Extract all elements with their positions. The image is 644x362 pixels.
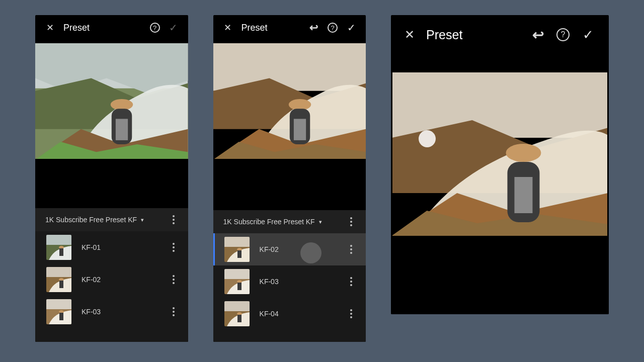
group-menu-icon[interactable] xyxy=(347,217,356,226)
preset-label: KF-02 xyxy=(82,276,159,284)
preset-thumb xyxy=(46,267,71,292)
svg-rect-46 xyxy=(515,177,533,213)
screen-c: Preset ↩ ? xyxy=(391,15,609,314)
svg-rect-13 xyxy=(46,267,71,278)
confirm-icon[interactable] xyxy=(346,22,357,33)
confirm-icon[interactable] xyxy=(168,22,179,33)
preset-row[interactable]: KF-03 xyxy=(35,296,188,328)
preset-group-bar[interactable]: 1K Subscribe Free Preset KF ▾ xyxy=(35,208,188,231)
svg-rect-27 xyxy=(293,119,305,140)
preset-label: KF-03 xyxy=(260,278,337,286)
preset-thumb xyxy=(224,301,250,326)
preset-menu-icon[interactable] xyxy=(169,275,178,284)
preset-list: KF-02 KF-03 KF-04 xyxy=(213,233,366,342)
touch-indicator xyxy=(419,130,436,147)
preview-area xyxy=(391,57,609,314)
preview-area xyxy=(35,43,188,159)
svg-rect-17 xyxy=(46,299,71,310)
help-icon[interactable]: ? xyxy=(556,28,570,41)
help-icon[interactable]: ? xyxy=(150,23,160,33)
undo-icon[interactable]: ↩ xyxy=(530,27,545,42)
preset-row[interactable]: KF-03 xyxy=(213,265,366,298)
svg-rect-31 xyxy=(237,250,242,258)
svg-rect-20 xyxy=(59,313,63,320)
chevron-down-icon: ▾ xyxy=(319,219,322,225)
preset-row[interactable]: KF-02 xyxy=(35,263,188,296)
help-icon[interactable]: ? xyxy=(328,23,338,33)
preset-group-label: 1K Subscribe Free Preset KF xyxy=(223,218,315,226)
undo-icon[interactable]: ↩ xyxy=(308,22,319,33)
svg-point-25 xyxy=(288,99,311,110)
topbar: Preset ↩ ? xyxy=(391,15,609,57)
svg-rect-28 xyxy=(224,237,250,248)
preset-menu-icon[interactable] xyxy=(169,243,178,252)
photo-preview[interactable] xyxy=(392,72,607,236)
svg-rect-32 xyxy=(224,269,250,280)
svg-rect-40 xyxy=(392,72,607,138)
svg-rect-35 xyxy=(237,283,242,290)
preset-label: KF-04 xyxy=(260,310,337,318)
preset-thumb xyxy=(224,269,250,294)
preset-label: KF-02 xyxy=(260,245,337,253)
preset-row[interactable]: KF-04 xyxy=(213,298,366,330)
confirm-icon[interactable] xyxy=(581,27,596,42)
close-icon[interactable] xyxy=(44,22,55,33)
preset-thumb xyxy=(224,237,250,262)
topbar: Preset ? xyxy=(35,15,188,43)
photo-preview[interactable] xyxy=(213,43,366,159)
preset-row[interactable]: KF-01 xyxy=(35,231,188,263)
preset-group-label: 1K Subscribe Free Preset KF xyxy=(45,216,137,224)
group-menu-icon[interactable] xyxy=(169,215,178,224)
preset-label: KF-03 xyxy=(82,308,159,316)
svg-rect-8 xyxy=(116,119,128,140)
svg-rect-12 xyxy=(59,248,63,256)
close-icon[interactable] xyxy=(222,22,233,33)
preset-menu-icon[interactable] xyxy=(347,277,356,286)
page-title: Preset xyxy=(63,23,90,33)
svg-rect-16 xyxy=(59,281,63,288)
preset-menu-icon[interactable] xyxy=(347,245,356,254)
preset-row-selected[interactable]: KF-02 xyxy=(213,233,366,265)
page-title: Preset xyxy=(426,28,462,42)
svg-rect-36 xyxy=(224,301,250,312)
preset-menu-icon[interactable] xyxy=(169,307,178,316)
screen-b: Preset ↩ ? 1K Subscribe Free Preset KF ▾ xyxy=(213,15,366,342)
preset-thumb xyxy=(46,299,71,324)
svg-rect-39 xyxy=(237,315,242,322)
topbar: Preset ↩ ? xyxy=(213,15,366,43)
preview-area xyxy=(213,43,366,159)
svg-rect-21 xyxy=(213,43,366,91)
screen-a: Preset ? 1K Subscribe Free Preset KF ▾ xyxy=(35,15,188,342)
photo-preview[interactable] xyxy=(35,43,188,159)
preset-group-bar[interactable]: 1K Subscribe Free Preset KF ▾ xyxy=(213,210,366,233)
chevron-down-icon: ▾ xyxy=(141,217,144,223)
preset-thumb xyxy=(46,235,71,260)
svg-point-44 xyxy=(506,144,541,162)
page-title: Preset xyxy=(242,23,268,33)
preset-menu-icon[interactable] xyxy=(347,309,356,318)
preset-list: KF-01 KF-02 KF-03 xyxy=(35,231,188,342)
svg-rect-9 xyxy=(46,235,71,246)
close-icon[interactable] xyxy=(402,27,417,42)
svg-point-6 xyxy=(111,99,133,110)
preset-label: KF-01 xyxy=(82,243,159,251)
touch-ripple xyxy=(300,242,321,263)
